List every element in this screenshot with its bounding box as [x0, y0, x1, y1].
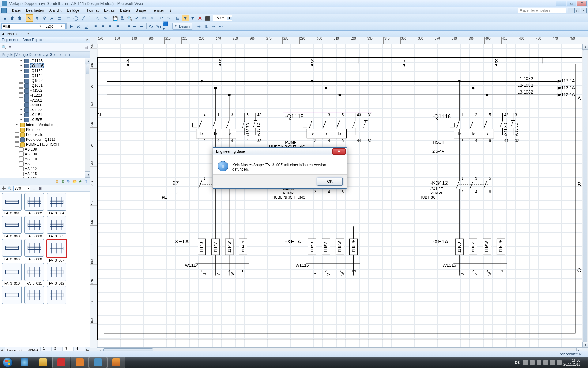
- delete-button[interactable]: ✕: [148, 15, 155, 21]
- shapes-del-icon[interactable]: 🗑: [83, 179, 89, 184]
- tree-item[interactable]: AS 110: [0, 157, 90, 162]
- shape-stencil[interactable]: FA_3_011: [24, 263, 45, 285]
- indent-inc-button[interactable]: ⇥: [138, 23, 145, 30]
- shape-stencil[interactable]: FA_3_005: [46, 216, 67, 238]
- shapes-view1-icon[interactable]: ⊞: [54, 179, 60, 184]
- menu-datei[interactable]: Datei: [9, 7, 23, 14]
- nav-back-button[interactable]: ◄: [1, 32, 7, 36]
- tree-item[interactable]: +-R1502: [0, 88, 90, 93]
- menu-?[interactable]: ?: [167, 7, 174, 14]
- tree-item[interactable]: +Potenziale: [0, 132, 90, 137]
- show-desktop-button[interactable]: [582, 357, 586, 368]
- more-button[interactable]: ⋯: [217, 23, 224, 30]
- line-dropdown[interactable]: ▼: [189, 15, 196, 21]
- tree-item[interactable]: +-Q1601: [0, 83, 90, 88]
- tree-item[interactable]: +-Q1152: [0, 68, 90, 73]
- shape-stencil[interactable]: [46, 286, 67, 305]
- menu-daten[interactable]: Daten: [117, 7, 133, 14]
- ellipse-tool[interactable]: ◯: [73, 15, 79, 21]
- align-right-button[interactable]: ≡: [107, 23, 114, 30]
- task-visio[interactable]: [89, 357, 107, 368]
- stamp-tool[interactable]: ⚲: [41, 15, 48, 21]
- tray-clock[interactable]: 16:0026.11.2013: [564, 358, 580, 366]
- help-search[interactable]: Frage hier eingeben: [518, 8, 566, 13]
- minimize-button[interactable]: —: [556, 1, 566, 6]
- tree-item[interactable]: +-X1151: [0, 113, 90, 117]
- indent-dec-button[interactable]: ⇤: [131, 23, 138, 30]
- eb-explorer-header[interactable]: Engineering Base-Explorer ×: [0, 37, 90, 43]
- tree-scroll-up[interactable]: ▲: [85, 58, 90, 64]
- tray-icon-4[interactable]: [543, 360, 548, 365]
- tree-item[interactable]: +Kopie von -Q1116: [0, 137, 90, 142]
- align-justify-button[interactable]: ≡: [114, 23, 121, 30]
- tree-scroll-down[interactable]: ▼: [85, 171, 90, 178]
- font-size-combo[interactable]: 12pt▼: [44, 23, 66, 29]
- menu-shape[interactable]: Shape: [133, 7, 149, 14]
- tree-item[interactable]: +-T1223: [0, 93, 90, 98]
- close-button[interactable]: ✕: [577, 1, 587, 6]
- new-button[interactable]: 🗎: [2, 15, 8, 21]
- shape-stencil[interactable]: FA_3_012: [46, 263, 67, 285]
- spelling-button[interactable]: ✔: [134, 15, 140, 21]
- save2-button[interactable]: 💾: [111, 15, 118, 21]
- undo-button[interactable]: ↶: [158, 15, 164, 21]
- spline-tool[interactable]: ∿: [95, 15, 101, 21]
- tray-lang[interactable]: DE: [514, 360, 521, 365]
- maximize-button[interactable]: ▭: [567, 1, 576, 6]
- dialog-ok-button[interactable]: OK: [317, 178, 343, 186]
- align-center-button[interactable]: ≡: [100, 23, 106, 30]
- tree-item[interactable]: +Interne Verdrahtung: [0, 122, 90, 127]
- cut-button[interactable]: ✂: [141, 15, 148, 21]
- bold-button[interactable]: F: [68, 23, 75, 30]
- tree-item[interactable]: +-X1122: [0, 108, 90, 113]
- design-button[interactable]: ⬚ Design: [172, 23, 192, 30]
- shape-stencil[interactable]: FA_3_006: [24, 239, 45, 262]
- select-tool[interactable]: ↖: [26, 14, 33, 22]
- shape-stencil[interactable]: FA_3_003: [1, 216, 23, 238]
- search-up-icon[interactable]: ⇧: [7, 44, 13, 50]
- print-button[interactable]: 🖶: [119, 15, 126, 21]
- text-color-button[interactable]: A▾: [148, 23, 155, 30]
- mdi-restore[interactable]: ▢: [574, 8, 580, 13]
- sheet-tool[interactable]: ▤: [56, 15, 62, 21]
- shape-stencil[interactable]: FA_3_008: [24, 216, 45, 238]
- task-ie[interactable]: [16, 357, 33, 368]
- task-app2[interactable]: [71, 357, 89, 368]
- zoom-combo[interactable]: 150%▼: [213, 15, 232, 21]
- tree-item[interactable]: +-Q1154: [0, 73, 90, 78]
- tree-item[interactable]: +-V1502: [0, 98, 90, 103]
- shape-stencil[interactable]: FA_3_010: [1, 263, 23, 285]
- shape-stencil[interactable]: FA_3_001: [1, 193, 23, 215]
- magnify-icon[interactable]: 🔍: [1, 44, 7, 50]
- tree-item[interactable]: +Klemmen: [0, 127, 90, 132]
- task-explorer[interactable]: [34, 357, 52, 368]
- tree-item[interactable]: +-Q1115: [0, 59, 90, 63]
- shapes-sort1-icon[interactable]: ↕: [32, 186, 36, 191]
- fill-dropdown[interactable]: ▼: [182, 15, 189, 21]
- menu-format[interactable]: Format: [84, 7, 101, 14]
- shapes-open-icon[interactable]: 📂: [72, 179, 77, 184]
- connect-tool[interactable]: ↯: [34, 15, 40, 21]
- highlight-button[interactable]: ⬛: [204, 15, 211, 21]
- distribute-v-button[interactable]: ⇅: [203, 23, 209, 30]
- menu-einfügen[interactable]: Einfügen: [64, 7, 84, 14]
- bearbeiter-combo[interactable]: ▼: [25, 32, 55, 36]
- canvas-scrollbar-v[interactable]: ▲ ▼: [582, 44, 588, 348]
- redo-button[interactable]: ↷: [165, 15, 172, 21]
- shapes-view2-icon[interactable]: ⊞: [60, 179, 66, 184]
- menu-bearbeiten[interactable]: Bearbeiten: [23, 7, 47, 14]
- tray-icon-2[interactable]: [530, 360, 535, 365]
- mdi-minimize[interactable]: _: [568, 8, 574, 13]
- underline-button[interactable]: U: [83, 23, 89, 30]
- tree-item[interactable]: AS 111: [0, 162, 90, 167]
- tray-icon-1[interactable]: [523, 360, 528, 365]
- search-opts-icon[interactable]: ▤: [83, 44, 89, 50]
- tray-icon-3[interactable]: [537, 360, 541, 365]
- shapes-add-icon[interactable]: ➕: [1, 186, 6, 191]
- shapes-refresh-icon[interactable]: ↻: [66, 179, 71, 184]
- distribute-h-button[interactable]: ⇿: [195, 23, 202, 30]
- shape-stencil[interactable]: FA_3_009: [1, 239, 23, 262]
- tray-icon-5[interactable]: [550, 360, 555, 365]
- project-tree[interactable]: +-Q1115+-Q1116+-Q1152+-Q1154+-Q1502+-Q16…: [0, 58, 90, 178]
- align-left-button[interactable]: ≡: [92, 23, 99, 30]
